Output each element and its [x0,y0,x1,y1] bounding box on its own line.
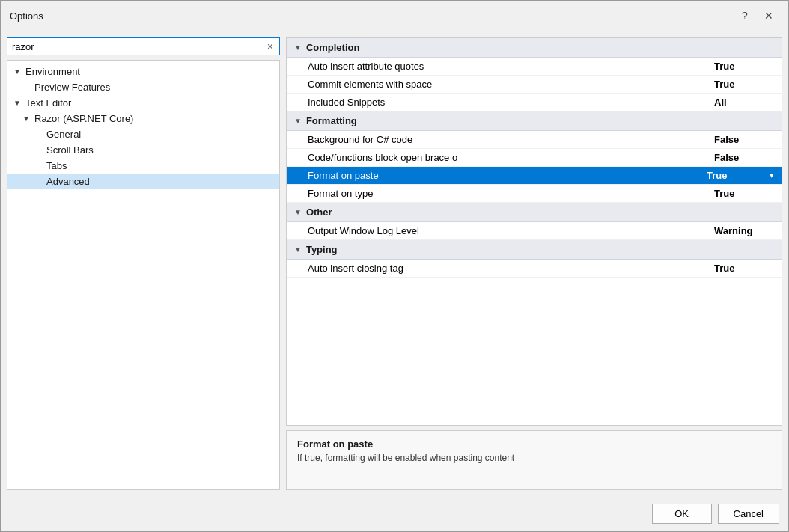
dialog-title: Options [10,10,43,22]
section-arrow-formatting: ▼ [294,117,302,125]
option-row-format-on-type[interactable]: Format on typeTrue [287,185,782,203]
option-row-auto-insert-attr[interactable]: Auto insert attribute quotesTrue [287,58,782,76]
tree-item-environment[interactable]: ▼Environment [7,64,279,79]
option-value-commit-elements: True [714,79,774,90]
option-label-commit-elements: Commit elements with space [308,79,714,90]
section-header-typing[interactable]: ▼Typing [287,240,782,260]
tree-label-general: General [46,129,81,140]
tree-item-tabs[interactable]: Tabs [7,158,279,174]
option-value-format-on-type: True [714,188,774,199]
option-label-output-window-log: Output Window Log Level [308,225,714,236]
tree-item-scroll-bars[interactable]: Scroll Bars [7,142,279,158]
footer: OK Cancel [1,496,788,531]
description-panel: Format on paste If true, formatting will… [286,430,782,490]
options-dialog: Options ? ✕ × ▼EnvironmentPreview Featur… [0,0,789,532]
section-header-other[interactable]: ▼Other [287,203,782,222]
section-arrow-typing: ▼ [294,245,302,254]
tree-label-tabs: Tabs [46,160,67,171]
option-value-code-functions-brace: False [714,152,774,163]
option-row-included-snippets[interactable]: Included SnippetsAll [287,94,782,111]
left-panel: × ▼EnvironmentPreview Features▼Text Edit… [7,37,280,490]
tree-label-scroll-bars: Scroll Bars [46,144,94,156]
option-row-bg-csharp[interactable]: Background for C# codeFalse [287,131,782,149]
ok-button[interactable]: OK [652,504,712,524]
option-label-auto-insert-closing-tag: Auto insert closing tag [308,263,714,274]
section-label-formatting: Formatting [306,115,357,126]
help-button[interactable]: ? [734,7,755,25]
section-label-other: Other [306,207,332,218]
option-dropdown-format-on-paste[interactable]: ▾ [770,171,774,180]
title-buttons: ? ✕ [734,7,779,25]
options-panel: ▼CompletionAuto insert attribute quotesT… [286,37,782,426]
tree-item-preview-features[interactable]: Preview Features [7,79,279,95]
section-label-completion: Completion [306,42,360,53]
option-label-code-functions-brace: Code/functions block open brace o [308,152,714,163]
cancel-button[interactable]: Cancel [718,504,779,524]
search-box: × [7,37,280,55]
description-text: If true, formatting will be enabled when… [297,453,771,463]
tree-panel: ▼EnvironmentPreview Features▼Text Editor… [7,60,280,490]
option-value-auto-insert-closing-tag: True [714,263,774,274]
section-header-formatting[interactable]: ▼Formatting [287,111,782,131]
tree-item-general[interactable]: General [7,126,279,142]
close-button[interactable]: ✕ [758,7,779,25]
tree-label-preview-features: Preview Features [34,82,110,93]
description-title: Format on paste [297,438,771,450]
title-bar: Options ? ✕ [1,1,788,31]
tree-item-razor[interactable]: ▼Razor (ASP.NET Core) [7,111,279,126]
option-label-format-on-type: Format on type [308,188,714,199]
option-value-bg-csharp: False [714,134,774,145]
option-row-output-window-log[interactable]: Output Window Log LevelWarning [287,222,782,240]
option-value-included-snippets: All [714,97,774,108]
option-row-auto-insert-closing-tag[interactable]: Auto insert closing tagTrue [287,260,782,278]
tree-item-text-editor[interactable]: ▼Text Editor [7,95,279,111]
tree-label-advanced: Advanced [46,176,90,187]
tree-label-razor: Razor (ASP.NET Core) [34,113,133,124]
option-value-output-window-log: Warning [714,225,774,236]
option-row-code-functions-brace[interactable]: Code/functions block open brace oFalse [287,149,782,167]
section-header-completion[interactable]: ▼Completion [287,38,782,58]
option-label-auto-insert-attr: Auto insert attribute quotes [308,61,714,72]
tree-item-advanced[interactable]: Advanced [7,174,279,189]
option-row-commit-elements[interactable]: Commit elements with spaceTrue [287,76,782,94]
tree-label-environment: Environment [25,66,80,77]
option-value-format-on-paste: True [707,170,767,181]
tree-label-text-editor: Text Editor [25,97,71,108]
option-label-included-snippets: Included Snippets [308,97,714,108]
search-input[interactable] [12,41,266,52]
section-arrow-other: ▼ [294,208,302,216]
section-label-typing: Typing [306,244,338,255]
option-label-format-on-paste: Format on paste [308,170,707,181]
right-panel: ▼CompletionAuto insert attribute quotesT… [286,37,782,490]
option-label-bg-csharp: Background for C# code [308,134,714,145]
option-value-auto-insert-attr: True [714,61,774,72]
option-row-format-on-paste[interactable]: Format on pasteTrue▾ [287,167,782,185]
dialog-body: × ▼EnvironmentPreview Features▼Text Edit… [1,31,788,496]
search-clear-button[interactable]: × [266,40,275,52]
section-arrow-completion: ▼ [294,43,302,52]
